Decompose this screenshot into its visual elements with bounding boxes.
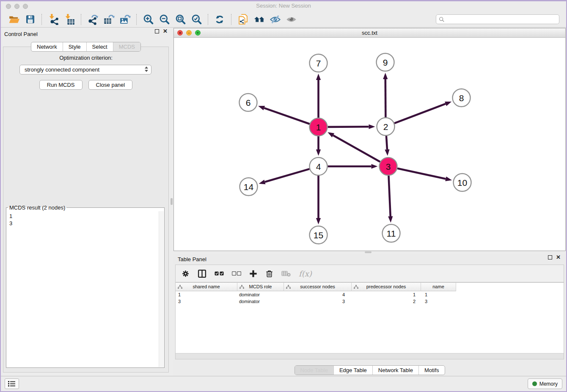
refresh-icon[interactable]	[213, 13, 226, 26]
graph-edge-1-6[interactable]	[258, 106, 310, 124]
graph-edge-2-8[interactable]	[394, 102, 451, 123]
export-image-icon[interactable]	[118, 13, 131, 26]
network-canvas[interactable]: 7968124314101511	[174, 38, 565, 251]
graph-edge-3-11[interactable]	[388, 176, 393, 223]
home-layout-icon[interactable]	[253, 13, 265, 26]
table-cell[interactable]: dominator	[237, 292, 284, 297]
table-cell[interactable]: 3	[284, 299, 352, 304]
graph-edge-3-10[interactable]	[397, 168, 452, 181]
search-field[interactable]	[436, 14, 559, 24]
table-cell[interactable]: 4	[284, 292, 352, 297]
graph-edge-2-9[interactable]	[383, 73, 388, 117]
graph-node-9[interactable]: 9	[377, 53, 394, 71]
horizontal-splitter-handle[interactable]	[365, 251, 372, 253]
graph-edge-4-3[interactable]	[328, 164, 378, 168]
graph-node-6[interactable]: 6	[239, 94, 257, 111]
table-row[interactable]: 1dominator411	[176, 291, 564, 298]
graph-node-4[interactable]: 4	[310, 157, 328, 175]
table-tab-node-table[interactable]: Node Table	[295, 366, 333, 375]
zoom-in-icon[interactable]	[142, 13, 154, 26]
tab-network[interactable]: Network	[31, 42, 63, 51]
list-icon	[8, 381, 16, 387]
svg-text:14: 14	[244, 182, 254, 192]
graph-node-8[interactable]: 8	[453, 89, 471, 107]
graph-edge-1-2[interactable]	[328, 124, 375, 129]
tab-style[interactable]: Style	[63, 42, 86, 51]
table-cell[interactable]: 1	[421, 292, 456, 297]
table-hscrollbar[interactable]	[176, 353, 564, 359]
add-column-icon[interactable]	[249, 270, 257, 278]
task-history-button[interactable]	[5, 378, 19, 389]
table-cell[interactable]: 2	[352, 299, 421, 304]
column-type-icon	[286, 285, 291, 289]
column-header-predecessor-nodes[interactable]: predecessor nodes	[352, 283, 421, 291]
close-table-panel-icon[interactable]: ✕	[556, 255, 561, 259]
table-header-row: shared nameMCDS rolesuccessor nodesprede…	[176, 283, 564, 291]
hide-selected-icon[interactable]	[269, 13, 281, 26]
table-row[interactable]: 3dominator323	[176, 298, 564, 305]
zoom-out-icon[interactable]	[158, 13, 171, 26]
run-mcds-button[interactable]: Run MCDS	[39, 80, 83, 90]
tab-mcds[interactable]: MCDS	[113, 42, 140, 51]
graph-node-3[interactable]: 3	[380, 157, 397, 175]
search-input[interactable]	[446, 17, 556, 22]
svg-text:15: 15	[314, 230, 323, 240]
toolbar-separator	[208, 14, 208, 25]
deselect-all-icon[interactable]	[232, 271, 241, 276]
result-scrollbar[interactable]	[159, 211, 164, 367]
gear-icon[interactable]	[182, 270, 190, 278]
column-header-successor-nodes[interactable]: successor nodes	[284, 283, 352, 291]
column-header-shared-name[interactable]: shared name	[176, 283, 237, 291]
graph-edge-1-4[interactable]	[316, 136, 321, 156]
graph-node-15[interactable]: 15	[310, 226, 328, 244]
columns-icon[interactable]	[198, 269, 206, 278]
memory-button[interactable]: Memory	[528, 378, 562, 389]
zoom-fit-icon[interactable]	[174, 13, 187, 26]
show-all-icon[interactable]	[285, 13, 297, 26]
graph-edge-4-14[interactable]	[259, 169, 310, 184]
graph-edge-2-3[interactable]	[385, 136, 389, 156]
zoom-selected-icon[interactable]	[190, 13, 203, 26]
duplicate-network-icon[interactable]	[237, 13, 249, 26]
select-all-icon[interactable]	[215, 271, 224, 276]
table-cell[interactable]: 3	[421, 299, 456, 304]
statusbar: Memory	[1, 376, 566, 391]
table-tab-edge-table[interactable]: Edge Table	[333, 366, 372, 375]
graph-edge-4-15[interactable]	[316, 176, 321, 224]
graph-node-2[interactable]: 2	[377, 118, 395, 135]
function-builder-icon: f(x)	[299, 269, 312, 278]
network-window-titlebar[interactable]: ✕ − + scc.txt	[174, 28, 565, 38]
close-panel-button[interactable]: Close panel	[88, 80, 133, 90]
table-tab-motifs[interactable]: Motifs	[418, 366, 445, 375]
table-cell[interactable]: 3	[176, 299, 237, 304]
graph-node-1[interactable]: 1	[310, 118, 328, 136]
graph-node-14[interactable]: 14	[240, 178, 258, 196]
tab-select[interactable]: Select	[86, 42, 113, 51]
graph-edge-3-1[interactable]	[328, 132, 380, 162]
open-session-icon[interactable]	[8, 13, 20, 26]
graph-node-11[interactable]: 11	[383, 224, 400, 242]
table-cell[interactable]: 1	[176, 292, 237, 297]
table-tab-network-table[interactable]: Network Table	[372, 366, 418, 375]
table-cell[interactable]: dominator	[237, 299, 284, 304]
graph-edge-1-7[interactable]	[316, 74, 321, 118]
float-table-panel-icon[interactable]	[548, 255, 552, 259]
optimization-value: strongly connected component	[25, 66, 99, 73]
delete-column-icon[interactable]	[265, 270, 273, 278]
import-network-icon[interactable]	[47, 13, 60, 26]
optimization-select[interactable]: strongly connected component	[19, 65, 151, 75]
float-panel-icon[interactable]	[155, 29, 159, 33]
column-header-MCDS-role[interactable]: MCDS role	[237, 283, 284, 291]
column-header-name[interactable]: name	[421, 283, 456, 291]
table-cell[interactable]: 1	[352, 292, 421, 297]
vertical-splitter-handle[interactable]	[171, 198, 173, 205]
network-graph[interactable]: 7968124314101511	[174, 38, 565, 251]
graph-node-7[interactable]: 7	[310, 54, 328, 72]
close-panel-icon[interactable]: ✕	[163, 29, 168, 33]
export-table-icon[interactable]	[102, 13, 115, 26]
mcds-panel: Optimization criterion: strongly connect…	[3, 47, 169, 373]
save-session-icon[interactable]	[24, 13, 36, 26]
graph-node-10[interactable]: 10	[454, 174, 471, 191]
export-network-icon[interactable]	[86, 13, 99, 26]
import-table-icon[interactable]	[63, 13, 76, 26]
